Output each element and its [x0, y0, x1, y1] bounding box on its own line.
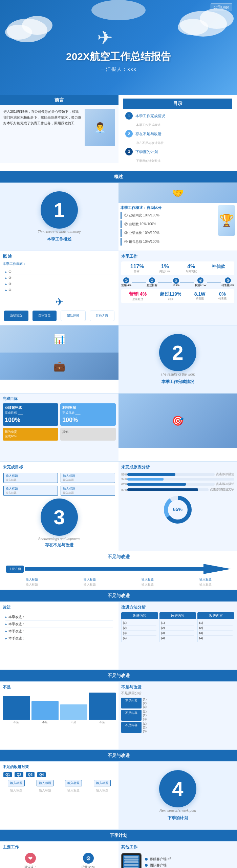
- imp-1-2: (2): [123, 626, 156, 631]
- improve-header: 不足与改进: [0, 590, 237, 601]
- q1-label: Q1: [3, 772, 12, 777]
- improve-col2-body: (1) (2) (3) (4): [159, 619, 196, 642]
- fishbone-svg: [25, 564, 231, 574]
- overview-tags: 业绩情况 自我管理 团队建设 其他方面: [3, 309, 116, 322]
- step-line-4: [207, 282, 221, 282]
- my-responsibility: 我的负责完成90%: [3, 428, 58, 441]
- incomplete-row: 未完成目标 输入标题输入标题 输入标题输入标题 输入标题输入标题 输入标题输入标…: [0, 461, 237, 551]
- toc-sub-3: 下季度的计划安排: [133, 158, 230, 164]
- toc-num-2: 2: [125, 130, 133, 137]
- shortage-right: 不足与改进 不足原因分析 不足内容 (1) (2) (3) 不足内容 (1) (…: [118, 682, 237, 749]
- improve-col3-body: (1) (2) (3) (4): [197, 619, 234, 642]
- comp-col2-val: 100%: [62, 417, 114, 424]
- q4-input-tag: 输入标题: [94, 780, 111, 786]
- metric-4-value: 神仙款: [212, 263, 225, 270]
- plan-icon-2: ⚙ 总量120%: [61, 853, 116, 868]
- plane-icon: ✈: [3, 296, 116, 308]
- plan-main-title: 主要工作: [3, 844, 116, 850]
- pct-fill-2: [127, 478, 164, 481]
- q-labels-row: Q1 Q2 Q3 Q4: [3, 771, 116, 778]
- fishbone-arrows: [25, 564, 231, 574]
- svg-point-6: [91, 0, 146, 20]
- improve-cols: 改进内容 (1) (2) (3) (4) 改进内容 (1) (2) (3) (4…: [121, 612, 234, 642]
- shortage-bar-3: 不足: [60, 704, 87, 724]
- fishbone-l3: 输入标题: [142, 577, 154, 582]
- plan-other-content: 客服客户端 ×5 团队客户端 加强日内优化 回顾近况改善 提高生活水平: [121, 853, 234, 868]
- fishbone-l1: 输入标题: [26, 577, 38, 582]
- comp-col2-title: 利润率深: [62, 405, 114, 410]
- plan-other-list: 客服客户端 ×5 团队客户端 加强日内优化 回顾近况改善 提高生活水平: [145, 857, 234, 868]
- metric-1-value: 117%: [130, 263, 144, 270]
- tag-other: 其他方面: [90, 311, 115, 321]
- shortage-header: 不足与改进: [0, 670, 237, 681]
- step-4-badge: ④: [197, 277, 203, 283]
- big-number-2: 2: [159, 334, 196, 371]
- q1-input-tag: 输入标题: [8, 780, 25, 786]
- completion-col1: 业绩超完成 完成目标 ___ 100%: [3, 403, 58, 426]
- shortage-bar-fill-3: [60, 704, 87, 720]
- bottom-m1-value: 营销 4%: [129, 291, 147, 297]
- metric-3-label: 时间调配: [186, 270, 197, 273]
- section2-left: 📊 💼: [0, 325, 118, 393]
- input-tag-4: 输入标题输入标题: [61, 486, 115, 496]
- shortage-a1-items: (1) (2) (3): [143, 698, 234, 708]
- section1-right: 🤝 本季工作概述：自助比分 ① 业绩同比 10%/100% ② 自助数 10%/…: [118, 183, 237, 251]
- preface-content: 👨‍💼 进入2018年以来，在公司领导的关心带领下，和我部门同志的积极配合下，按…: [0, 105, 118, 163]
- input-tag-3: 输入标题输入标题: [3, 486, 58, 496]
- shortage-left-title: 不足: [3, 684, 116, 690]
- imp-3-3: (3): [199, 631, 233, 636]
- section2-photo2: 💼: [0, 353, 118, 380]
- shortage-a2-items: (1) (2) (3): [143, 710, 234, 721]
- big-number-1: 1: [41, 191, 78, 229]
- shortage-a1-3: (3): [143, 705, 234, 708]
- shortage-fishbone-section: 不足与改进 主要方面 输入标题 输入标题 输入标题 输入标题 输入标题 输入标题…: [0, 551, 237, 590]
- strategy-left: 不足的改进对策 Q1 Q2 Q3 Q4 输入标题 输入标题 输入标题 输入标题 …: [0, 762, 118, 829]
- cover-subtitle: 一汇报人：xxx: [101, 66, 137, 72]
- bottom-m4-value: 0%: [218, 291, 227, 297]
- completion-left: 完成目标 业绩超完成 完成目标 ___ 100% 利润率深 完成目标 ___ 1…: [0, 394, 118, 461]
- plan-other-col: 其他工作 客服客户端 ×5 团队客户: [118, 842, 237, 868]
- pct-bar-3: 67% 点击添加描述: [121, 482, 234, 486]
- completion-photo: 🎯: [118, 394, 237, 448]
- season-work-title: 本季工作: [121, 254, 234, 259]
- plan-heart-icon: ❤: [25, 853, 36, 864]
- imp-2-1: (1): [161, 620, 195, 626]
- q3-label: Q3: [26, 772, 35, 777]
- section1-item1: ① 业绩同比 10%/100%: [121, 212, 217, 219]
- comp-col1-sub: 完成目标 ___: [5, 411, 56, 415]
- shortage-bar-1: 不足: [3, 696, 30, 724]
- improve-method-col: 改进方法分析 改进内容 (1) (2) (3) (4) 改进内容 (1) (2)…: [118, 602, 237, 670]
- svg-point-5: [178, 19, 208, 35]
- q2-input: 输入标题: [31, 779, 59, 787]
- bottom-m3: 8.1W 销售额: [194, 291, 206, 301]
- plan-other-title: 其他工作: [121, 844, 234, 850]
- plan-icon2-label: 总量120%: [61, 865, 116, 868]
- improve-col-1: 改进内容 (1) (2) (3) (4): [121, 612, 158, 642]
- pct-fill-4: [127, 488, 198, 491]
- fishbone-l2: 输入标题: [84, 577, 96, 582]
- section1-item4: ④ 销售总额 10%/100%: [121, 238, 217, 246]
- phone-line-3: [124, 861, 138, 863]
- imp-2-3: (3): [161, 631, 195, 636]
- shortage-left: 不足 不足 不足 不足 不足: [0, 682, 118, 749]
- pct-fill-3: [127, 483, 186, 486]
- section4-caption: Next season's work plan: [158, 807, 197, 814]
- step-4-label: 利润8.1W: [195, 283, 207, 287]
- overview-detail-row: 概 述 本季工作概述： ① ② ③ ④ ✈ 业绩情况 自我管理 团队建设 其他方…: [0, 251, 237, 325]
- shortage-bar-chart: 不足 不足 不足 不足: [3, 692, 116, 726]
- plan-other-label-2: 团队客户端: [150, 863, 167, 868]
- overview-header: 概述: [0, 171, 237, 183]
- completion-row: 完成目标 业绩超完成 完成目标 ___ 100% 利润率深 完成目标 ___ 1…: [0, 393, 237, 461]
- section1-content: 本季工作概述：自助比分 ① 业绩同比 10%/100% ② 自助数 10%/10…: [118, 203, 237, 249]
- q3-input: 输入标题: [60, 779, 87, 787]
- section1-item2: ② 自助数 10%/100%: [121, 220, 217, 228]
- pct-fill-1: [127, 473, 175, 476]
- improve-col2-header: 改进内容: [159, 612, 196, 619]
- q-outputs-row: 输入标题 输入标题 输入标题 输入标题: [3, 788, 116, 793]
- shortage-a2-2: (2): [143, 714, 234, 717]
- step-5: ⑤ 销售额 0%: [221, 277, 234, 287]
- toc-label-3: 下季度的计划: [135, 149, 158, 154]
- toc-label-1: 本季工作完成情况: [135, 113, 165, 119]
- overview-item-3: ③: [5, 281, 113, 287]
- imp-2-4: (4): [161, 636, 195, 640]
